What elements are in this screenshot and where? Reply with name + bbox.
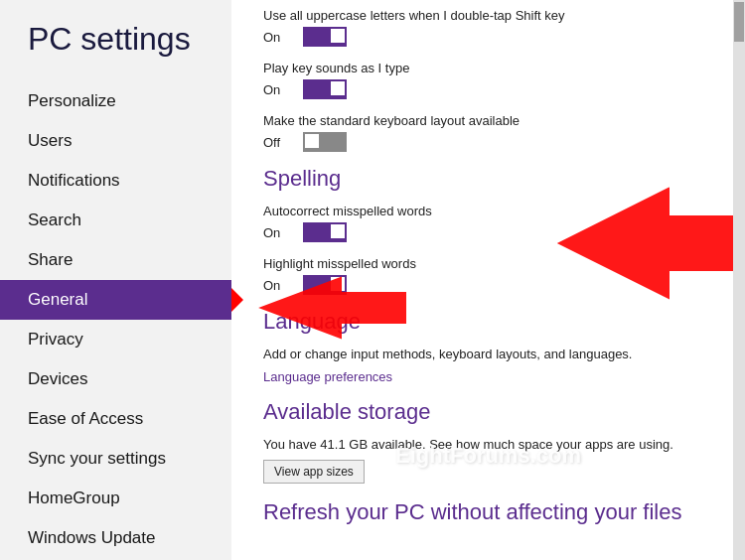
setting-standardkeyboard-state: Off bbox=[263, 135, 291, 150]
toggle-thumb-standardkeyboard bbox=[305, 134, 319, 148]
toggle-uppercase[interactable] bbox=[303, 27, 347, 47]
toggle-keysounds[interactable] bbox=[303, 79, 347, 99]
setting-standardkeyboard-label: Make the standard keyboard layout availa… bbox=[263, 113, 717, 128]
setting-uppercase-label: Use all uppercase letters when I double-… bbox=[263, 8, 717, 23]
sidebar-label-search: Search bbox=[28, 210, 81, 229]
toggle-thumb-autocorrect bbox=[331, 224, 345, 238]
toggle-highlight[interactable] bbox=[303, 275, 347, 295]
sidebar-item-share[interactable]: Share bbox=[0, 240, 231, 280]
storage-section-title: Available storage bbox=[263, 399, 717, 425]
sidebar-item-homegroup[interactable]: HomeGroup bbox=[0, 479, 231, 518]
toggle-autocorrect[interactable] bbox=[303, 222, 347, 242]
sidebar-label-devices: Devices bbox=[28, 369, 87, 388]
sidebar-item-windows-update[interactable]: Windows Update bbox=[0, 518, 231, 558]
setting-highlight-label: Highlight misspelled words bbox=[263, 256, 717, 271]
sidebar-label-users: Users bbox=[28, 131, 72, 150]
sidebar-label-personalize: Personalize bbox=[28, 91, 116, 110]
setting-autocorrect-state: On bbox=[263, 225, 291, 240]
setting-autocorrect: Autocorrect misspelled words On bbox=[263, 204, 717, 242]
storage-description: You have 41.1 GB available. See how much… bbox=[263, 437, 717, 452]
setting-uppercase: Use all uppercase letters when I double-… bbox=[263, 8, 717, 47]
setting-autocorrect-label: Autocorrect misspelled words bbox=[263, 204, 717, 218]
setting-keysounds-state: On bbox=[263, 82, 291, 97]
sidebar-item-general[interactable]: General bbox=[0, 280, 231, 320]
scroll-thumb[interactable] bbox=[734, 2, 744, 42]
language-preferences-link[interactable]: Language preferences bbox=[263, 369, 392, 384]
sidebar-label-general: General bbox=[28, 290, 87, 309]
scrollbar[interactable] bbox=[733, 0, 745, 560]
sidebar-label-ease-of-access: Ease of Access bbox=[28, 409, 143, 428]
setting-keysounds: Play key sounds as I type On bbox=[263, 61, 717, 99]
language-section-title: Language bbox=[263, 309, 717, 335]
setting-standardkeyboard: Make the standard keyboard layout availa… bbox=[263, 113, 717, 152]
toggle-thumb-uppercase bbox=[331, 29, 345, 43]
sidebar: PC settings Personalize Users Notificati… bbox=[0, 0, 231, 560]
sidebar-item-privacy[interactable]: Privacy bbox=[0, 320, 231, 359]
sidebar-label-windows-update: Windows Update bbox=[28, 528, 156, 547]
view-app-sizes-button[interactable]: View app sizes bbox=[263, 460, 365, 484]
sidebar-item-ease-of-access[interactable]: Ease of Access bbox=[0, 399, 231, 439]
toggle-standardkeyboard[interactable] bbox=[303, 132, 347, 152]
setting-highlight: Highlight misspelled words On bbox=[263, 256, 717, 295]
toggle-thumb-keysounds bbox=[331, 81, 345, 95]
sidebar-label-privacy: Privacy bbox=[28, 330, 83, 349]
language-description: Add or change input methods, keyboard la… bbox=[263, 347, 717, 361]
sidebar-label-share: Share bbox=[28, 250, 73, 269]
sidebar-item-notifications[interactable]: Notifications bbox=[0, 161, 231, 201]
spelling-section-title: Spelling bbox=[263, 166, 717, 192]
setting-keysounds-label: Play key sounds as I type bbox=[263, 61, 717, 75]
sidebar-item-devices[interactable]: Devices bbox=[0, 359, 231, 399]
sidebar-label-notifications: Notifications bbox=[28, 171, 120, 190]
sidebar-title: PC settings bbox=[0, 20, 231, 81]
active-arrow-indicator bbox=[231, 288, 243, 312]
toggle-thumb-highlight bbox=[331, 277, 345, 291]
sidebar-label-homegroup: HomeGroup bbox=[28, 489, 120, 507]
refresh-section-title: Refresh your PC without affecting your f… bbox=[263, 499, 717, 525]
sidebar-item-personalize[interactable]: Personalize bbox=[0, 81, 231, 121]
setting-highlight-state: On bbox=[263, 278, 291, 293]
sidebar-label-sync-settings: Sync your settings bbox=[28, 449, 166, 468]
sidebar-item-users[interactable]: Users bbox=[0, 121, 231, 161]
sidebar-item-search[interactable]: Search bbox=[0, 201, 231, 240]
setting-uppercase-state: On bbox=[263, 30, 291, 45]
sidebar-item-sync-settings[interactable]: Sync your settings bbox=[0, 439, 231, 479]
main-content: Use all uppercase letters when I double-… bbox=[231, 0, 745, 560]
